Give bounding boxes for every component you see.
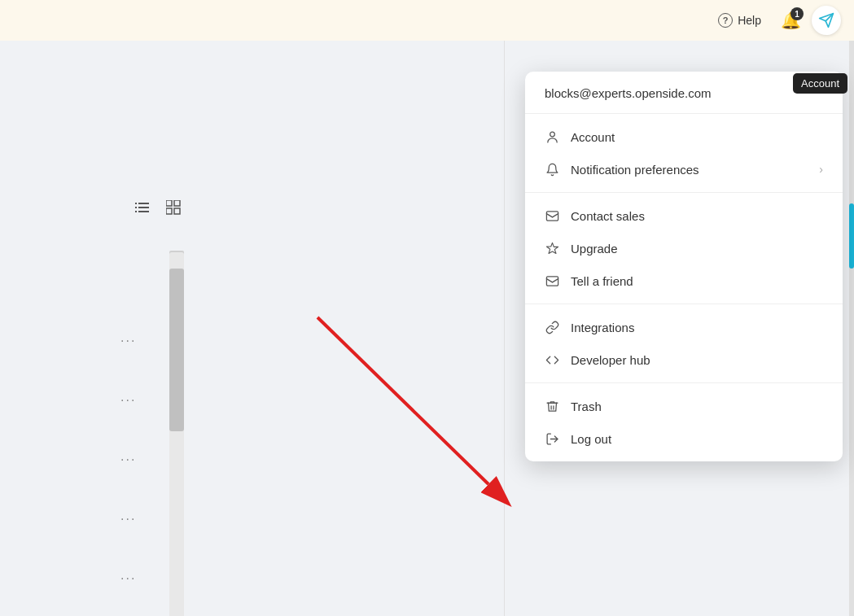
dropdown-section-1: Account Notification preferences ›	[525, 114, 843, 193]
integrations-label: Integrations	[571, 321, 823, 334]
app-scrollbar-thumb[interactable]	[849, 203, 854, 269]
svg-rect-6	[166, 200, 172, 206]
account-item-label: Account	[571, 130, 823, 144]
integrations-icon	[545, 320, 559, 334]
grid-view-button[interactable]	[161, 195, 186, 220]
contact-sales-icon	[545, 208, 559, 223]
dropdown-section-4: Trash Log out	[525, 383, 843, 461]
dropdown-item-account[interactable]: Account	[525, 120, 843, 153]
svg-rect-11	[546, 211, 558, 220]
upgrade-label: Upgrade	[571, 242, 823, 256]
dropdown-item-contact-sales[interactable]: Contact sales	[525, 199, 843, 232]
svg-rect-7	[174, 200, 180, 206]
account-dropdown: blocks@experts.openside.com Account Noti…	[525, 72, 843, 461]
dropdown-item-upgrade[interactable]: Upgrade	[525, 232, 843, 264]
help-icon: ?	[718, 13, 733, 28]
logout-icon	[545, 431, 559, 446]
dropdown-item-logout[interactable]: Log out	[525, 422, 843, 455]
dropdown-item-developer-hub[interactable]: Developer hub	[525, 343, 843, 376]
left-panel: ▲ ··· ··· ··· ··· ···	[0, 41, 505, 616]
person-icon	[545, 129, 559, 144]
list-view-button[interactable]	[130, 195, 155, 220]
notification-badge: 1	[790, 7, 804, 20]
svg-point-10	[550, 132, 554, 137]
view-toggle	[130, 195, 186, 220]
developer-hub-icon	[545, 352, 559, 367]
dots-4: ···	[120, 512, 136, 526]
tell-friend-icon	[545, 273, 559, 288]
app-scrollbar	[849, 41, 854, 616]
dots-2: ···	[120, 393, 136, 408]
trash-icon	[545, 399, 559, 413]
svg-rect-12	[546, 276, 558, 285]
topbar: ? Help 🔔 1	[0, 0, 854, 41]
dropdown-item-integrations[interactable]: Integrations	[525, 311, 843, 343]
dropdown-item-trash[interactable]: Trash	[525, 390, 843, 422]
tell-friend-label: Tell a friend	[571, 274, 823, 288]
dropdown-item-notification-prefs[interactable]: Notification preferences ›	[525, 153, 843, 186]
notification-pref-icon	[545, 162, 559, 177]
dropdown-section-2: Contact sales Upgrade Tell a friend	[525, 193, 843, 304]
trash-label: Trash	[571, 400, 823, 413]
logout-label: Log out	[571, 432, 823, 446]
list-icon	[135, 202, 150, 213]
scroll-thumb[interactable]	[169, 269, 184, 431]
contact-sales-label: Contact sales	[571, 209, 823, 223]
dropdown-section-3: Integrations Developer hub	[525, 304, 843, 383]
chevron-right-icon: ›	[819, 163, 823, 176]
account-button[interactable]	[812, 6, 841, 35]
notification-prefs-label: Notification preferences	[571, 163, 808, 177]
dots-3: ···	[120, 452, 136, 467]
dot-rows: ··· ··· ··· ··· ···	[120, 334, 136, 586]
help-label: Help	[738, 14, 761, 27]
notification-button[interactable]: 🔔 1	[776, 6, 805, 35]
svg-rect-9	[174, 208, 180, 214]
dropdown-item-tell-friend[interactable]: Tell a friend	[525, 264, 843, 297]
dots-5: ···	[120, 571, 136, 586]
dots-1: ···	[120, 334, 136, 348]
upgrade-icon	[545, 241, 559, 256]
grid-icon	[166, 200, 181, 215]
help-button[interactable]: ? Help	[710, 8, 769, 33]
account-tooltip: Account	[793, 73, 847, 94]
developer-hub-label: Developer hub	[571, 353, 823, 367]
scroll-track	[169, 252, 184, 616]
paperplane-icon	[818, 12, 834, 28]
svg-rect-8	[166, 208, 172, 214]
